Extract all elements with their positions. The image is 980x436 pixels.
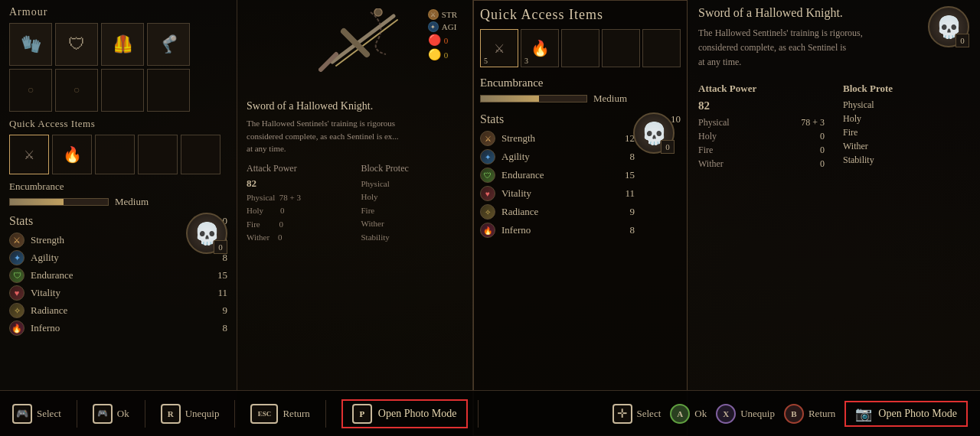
- right-block-label: Block Prote: [843, 83, 969, 95]
- right-block-wither-label: Wither: [843, 141, 868, 152]
- left-qa-slot-2[interactable]: 🔥: [52, 135, 92, 174]
- center-sword-icon: ⚔: [494, 41, 505, 56]
- right-panel: 💀 0 Sword of a Hallowed Knight. The Hall…: [688, 0, 980, 436]
- mid-attack-power-label: Attack Power: [247, 163, 349, 174]
- center-inf-val: 8: [630, 224, 635, 236]
- rad-icon: ✧: [9, 303, 24, 318]
- left-stats-title: Stats: [9, 214, 33, 228]
- center-stat-inf: 🔥 Inferno 8: [480, 223, 681, 238]
- center-stat-end: 🛡 Endurance 15: [480, 168, 681, 183]
- center-enc-bar-wrap: Medium: [480, 93, 681, 105]
- divider-center: [478, 400, 479, 428]
- right-physical-val: 78 + 3: [801, 117, 825, 129]
- center-qa-slot-3[interactable]: [561, 29, 599, 67]
- divider-4: [325, 400, 326, 428]
- right-block-physical-row: Physical: [843, 99, 969, 111]
- armour-slot-8[interactable]: [147, 69, 190, 112]
- bottom-right-ok[interactable]: A Ok: [670, 404, 707, 424]
- stat-val-inf: 8: [209, 322, 227, 334]
- armour-section: Armour 🧤 🛡 🦺 🦿 ○: [9, 6, 227, 112]
- center-end-val: 15: [625, 169, 635, 181]
- bottom-left-ok[interactable]: 🎮 Ok: [93, 404, 129, 424]
- bottom-left-select[interactable]: 🎮 Select: [12, 404, 61, 424]
- armour-slot-1[interactable]: 🧤: [9, 23, 52, 66]
- left-qa-slot-3[interactable]: [95, 135, 135, 174]
- right-holy-label: Holy: [698, 131, 717, 142]
- armour-slot-6[interactable]: ○: [55, 69, 98, 112]
- right-photo-label: Open Photo Mode: [878, 408, 957, 420]
- left-encumbrance-bar: [9, 198, 109, 206]
- center-str-name: Strength: [501, 132, 625, 145]
- armour-slot-2[interactable]: 🛡: [55, 23, 98, 66]
- mid-attack-block: Attack Power 82 Physical 78 + 3 Holy 0 F…: [247, 163, 463, 245]
- stat-name-agi: Agility: [31, 252, 209, 264]
- right-select-label: Select: [637, 408, 662, 420]
- weapon-image-area: ⚔ STR ✦ AGI 🔴 0 🟡 0: [247, 6, 463, 94]
- left-qa-slot-5[interactable]: [181, 135, 220, 174]
- right-ok-key: A: [670, 404, 690, 424]
- center-qa-slot-4[interactable]: [602, 29, 640, 67]
- center-fire-icon: 🔥: [531, 39, 550, 57]
- left-quick-access-label: Quick Access Items: [9, 118, 227, 130]
- select-label: Select: [37, 408, 61, 420]
- agi-label: AGI: [442, 22, 457, 31]
- str-icon: ⚔: [9, 233, 24, 248]
- inf-icon: 🔥: [9, 320, 24, 336]
- bottom-bar: 🎮 Select 🎮 Ok R Unequip ESC Return: [0, 390, 980, 436]
- armour-slot-5[interactable]: ○: [9, 69, 52, 112]
- right-physical-row: Physical 78 + 3: [698, 117, 825, 129]
- str-badge: ⚔: [428, 9, 439, 20]
- center-rad-name: Radiance: [501, 206, 630, 218]
- right-fire-val: 0: [820, 145, 825, 156]
- right-avatar: 💀 0: [928, 6, 969, 47]
- center-rad-val: 9: [630, 206, 635, 218]
- right-block-stability-row: Stability: [843, 155, 969, 166]
- center-qa-slot-1[interactable]: ⚔ 5: [480, 29, 518, 67]
- center-avatar-label: 0: [661, 140, 675, 154]
- photo-key-left: P: [352, 404, 372, 424]
- center-panel: Quick Access Items ⚔ 5 🔥 3 Encumbrance M…: [473, 0, 688, 436]
- sword-icon: ⚔: [24, 148, 34, 162]
- bottom-right-unequip[interactable]: X Unequip: [716, 404, 775, 424]
- stat-row-end: 🛡 Endurance 15: [9, 268, 227, 283]
- bottom-left-return[interactable]: ESC Return: [250, 404, 309, 424]
- right-block-holy-row: Holy: [843, 113, 969, 125]
- bottom-right-return[interactable]: B Return: [784, 404, 835, 424]
- center-vit-val: 11: [625, 187, 635, 200]
- mid-attack-power-val: 82: [247, 177, 349, 190]
- center-qa-slot-5[interactable]: [642, 29, 681, 67]
- right-block-wither-row: Wither: [843, 141, 969, 152]
- left-qa-slot-1[interactable]: ⚔: [9, 135, 49, 174]
- str-label: STR: [442, 10, 457, 19]
- mid-item-desc: The Hallowed Sentinels' training is rigo…: [247, 117, 463, 155]
- vit-icon: ♥: [9, 285, 24, 301]
- center-end-icon: 🛡: [480, 168, 495, 183]
- select-key-icon: 🎮: [12, 404, 32, 424]
- return-key-left: ESC: [250, 404, 278, 424]
- middle-panel: ⚔ STR ✦ AGI 🔴 0 🟡 0: [237, 0, 473, 436]
- left-quick-access-row: ⚔ 🔥: [9, 135, 227, 174]
- armour-slot-3[interactable]: 🦺: [101, 23, 144, 66]
- stat-val-vit: 11: [209, 287, 227, 299]
- right-return-key: B: [784, 404, 804, 424]
- right-attack-power-label: Attack Power: [698, 83, 825, 95]
- armour-slot-7[interactable]: [101, 69, 144, 112]
- center-qa-row: ⚔ 5 🔥 3: [480, 29, 681, 67]
- stat-row-vit: ♥ Vitality 11: [9, 285, 227, 301]
- bottom-right-photo-mode[interactable]: 📷 Open Photo Mode: [844, 401, 968, 427]
- agi-icon: ✦: [9, 250, 24, 265]
- center-avatar-circle: 💀 0: [633, 112, 675, 154]
- left-qa-slot-4[interactable]: [138, 135, 178, 174]
- bottom-left-photo-mode[interactable]: P Open Photo Mode: [341, 399, 468, 428]
- center-qa-slot-2[interactable]: 🔥 3: [521, 29, 559, 67]
- bottom-right-select[interactable]: ✛ Select: [612, 404, 662, 424]
- right-wither-val: 0: [820, 158, 825, 170]
- armour-slot-4[interactable]: 🦿: [147, 23, 190, 66]
- ok-key-icon: 🎮: [93, 404, 113, 424]
- stat-val-end: 15: [209, 269, 227, 281]
- armour-icon-2: 🛡: [68, 34, 85, 54]
- bottom-left-unequip[interactable]: R Unequip: [161, 404, 220, 424]
- mid-attack-sub: Physical 78 + 3 Holy 0 Fire 0 Wither 0: [247, 191, 349, 245]
- right-fire-label: Fire: [698, 145, 713, 156]
- stat-name-inf: Inferno: [31, 322, 209, 334]
